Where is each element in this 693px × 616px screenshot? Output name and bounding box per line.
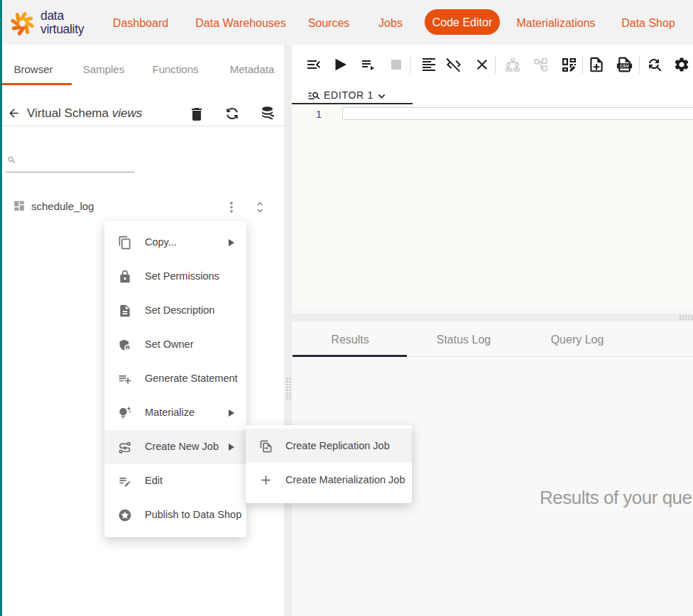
svg-text:CSV: CSV: [620, 63, 630, 68]
